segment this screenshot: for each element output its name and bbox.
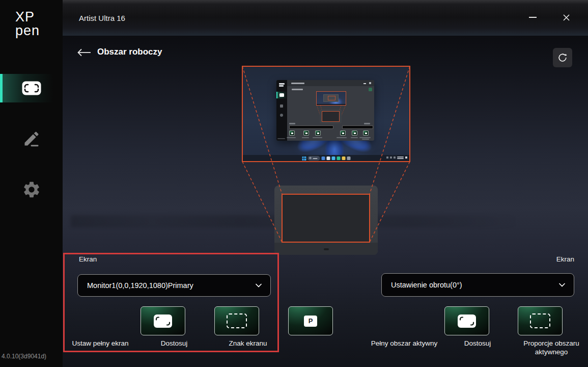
mini-taskbar — [243, 155, 409, 161]
mini-tablet-active-area — [322, 111, 340, 122]
monitor-select-value: Monitor1(0,0,1920,1080)Primary — [87, 281, 193, 290]
driver-version: 4.0.10(3d9041d) — [2, 353, 46, 360]
mini-refresh — [369, 88, 372, 91]
tablet-customize-button[interactable] — [518, 306, 563, 335]
mini-app-window — [276, 80, 374, 141]
sidebar: XP pen 4.0.10(3d9041d) — [0, 0, 63, 367]
tablet-customize-label: Dostosuj — [437, 339, 518, 348]
logo-line-2: pen — [15, 24, 40, 38]
letter-p-icon: P — [304, 316, 317, 327]
minimize-icon — [529, 17, 537, 18]
tablet-button — [324, 248, 329, 250]
screen-section-label: Ekran — [79, 255, 97, 263]
tablet-active-area[interactable] — [282, 194, 370, 243]
monitor-preview[interactable] — [242, 66, 410, 162]
xppen-driver-window: Artist Ultra 16 XP pen — [0, 0, 588, 367]
sidebar-item-pen[interactable] — [0, 124, 63, 153]
refresh-icon — [557, 52, 568, 63]
xppen-logo: XP pen — [15, 10, 40, 38]
chevron-down-icon — [558, 283, 566, 287]
taskbar-tray — [386, 156, 407, 159]
gear-icon — [22, 180, 41, 199]
screen-marker-button[interactable]: P — [288, 306, 333, 335]
mini-active-nav — [276, 92, 287, 98]
taskbar-app-icon — [347, 156, 350, 160]
work-area-icon — [21, 81, 42, 96]
back-arrow-icon — [77, 48, 91, 57]
rotation-dropdown[interactable]: Ustawienie obrotu(0°) — [381, 273, 574, 297]
taskbar-search-pill — [307, 156, 320, 161]
dashed-rect-icon — [227, 313, 247, 328]
taskbar-clock — [397, 156, 404, 159]
set-full-screen-label: Ustaw pełny ekran — [60, 339, 141, 348]
back-button[interactable] — [77, 48, 92, 59]
screen-area-icon — [457, 313, 477, 329]
full-active-area-label: Pełny obszar aktywny — [363, 339, 445, 348]
mini-titlebar — [287, 80, 374, 86]
sidebar-item-settings[interactable] — [0, 175, 63, 204]
screen-area-icon — [153, 313, 173, 329]
chevron-down-icon — [255, 283, 262, 287]
window-title: Artist Ultra 16 — [79, 14, 125, 22]
close-icon — [563, 14, 570, 21]
active-area-ratio-label: Proporcje obszaru aktywnego — [511, 339, 588, 356]
mini-pen-icon — [280, 104, 283, 108]
dashed-rect-icon — [530, 313, 550, 328]
taskbar-app-icon — [326, 156, 330, 160]
mini-sidebar — [276, 80, 287, 141]
annotation-highlight-box — [63, 253, 279, 352]
close-button[interactable] — [558, 11, 574, 24]
screen-marker-label: Znak ekranu — [207, 339, 289, 348]
refresh-button[interactable] — [553, 48, 572, 67]
page-title: Obszar roboczy — [97, 47, 162, 57]
taskbar-app-icon — [321, 156, 325, 160]
taskbar-app-icon — [331, 156, 335, 160]
tablet-section-label: Ekran — [556, 255, 574, 263]
screen-customize-label: Dostosuj — [133, 339, 215, 348]
active-indicator — [0, 74, 3, 102]
rotation-value: Ustawienie obrotu(0°) — [391, 281, 462, 289]
taskbar-app-icon — [342, 156, 345, 160]
minimize-button[interactable] — [524, 11, 541, 24]
taskbar-app-icon — [337, 156, 340, 160]
mini-gear-icon — [280, 114, 283, 117]
work-area-page: Obszar roboczy — [63, 36, 588, 367]
mini-dropdown-right — [342, 125, 373, 129]
titlebar: Artist Ultra 16 — [63, 0, 588, 36]
sidebar-item-work-area[interactable] — [0, 74, 63, 102]
pen-icon — [22, 129, 41, 148]
mini-monitor-preview — [316, 91, 346, 106]
mini-dropdown-left — [289, 125, 333, 129]
screen-customize-button[interactable] — [214, 306, 259, 335]
set-full-screen-button[interactable] — [141, 306, 185, 335]
full-active-area-button[interactable] — [444, 306, 489, 335]
windows-start-icon — [302, 156, 306, 161]
mini-heading — [292, 89, 303, 90]
logo-line-1: XP — [15, 10, 40, 24]
monitor-select-dropdown[interactable]: Monitor1(0,0,1920,1080)Primary — [77, 274, 271, 297]
